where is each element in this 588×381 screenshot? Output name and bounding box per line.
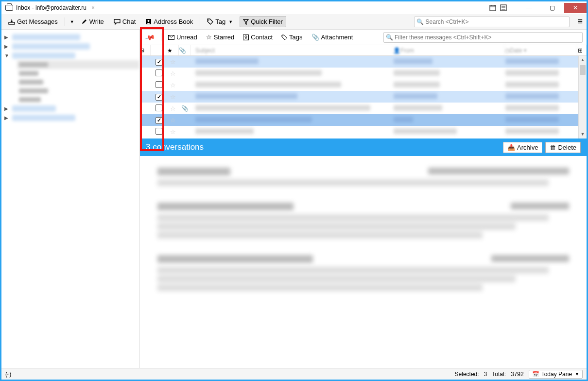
row-star[interactable]: ☆ [167,117,179,124]
filter-icon [243,19,249,25]
calendar-icon[interactable] [487,3,498,13]
app-menu-button[interactable]: ≡ [577,17,583,27]
minimize-button[interactable]: — [518,3,540,13]
chat-icon [114,19,121,25]
row-checkbox[interactable] [156,128,162,135]
delete-button[interactable]: 🗑 Delete [545,142,581,153]
row-star[interactable]: ☆ [167,128,179,136]
account-item[interactable]: ▶ [1,42,139,51]
pin-icon: 📌 [144,32,156,42]
message-row[interactable]: ☆ 📎 [140,103,578,114]
global-search[interactable]: 🔍 [414,17,570,27]
col-attach[interactable]: 📎 [179,45,190,55]
inbox-icon [5,5,13,11]
svg-point-14 [245,35,247,37]
close-button[interactable]: ✕ [564,3,587,13]
filter-pin[interactable]: 📌 [144,33,156,42]
account-item[interactable]: ▶ [1,33,139,42]
message-scrollbar[interactable]: ▲ ▼ [578,56,587,139]
col-config[interactable]: ⊞ [578,45,587,55]
row-star[interactable]: ☆ [167,82,179,89]
global-search-input[interactable] [414,17,570,27]
archive-icon: 📥 [507,144,515,151]
today-pane-label: Today Pane [541,371,572,378]
col-date[interactable]: ◷ Date ▼ [505,45,578,55]
quick-filter-button[interactable]: Quick Filter [240,16,286,27]
status-selected-label: Selected: [455,371,479,378]
selection-count: 3 conversations [146,142,500,152]
address-book-button[interactable]: Address Book [142,17,196,27]
row-checkbox[interactable] [156,81,162,88]
write-label: Write [89,18,104,25]
folder-item[interactable] [17,87,139,95]
search-icon: 🔍 [386,34,393,41]
row-checkbox[interactable] [156,59,162,66]
account-item[interactable]: ▶ [1,104,139,113]
message-list[interactable]: ☆ ☆ ☆ ☆ ☆ 📎 ☆ [140,56,578,139]
filter-starred[interactable]: ☆ Starred [204,33,237,42]
col-thread[interactable]: ⊟ [140,45,151,55]
row-star[interactable]: ☆ [167,105,179,112]
delete-label: Delete [558,144,576,151]
message-row[interactable]: ☆ [140,126,578,138]
get-messages-button[interactable]: Get Messages [5,17,61,27]
filter-unread-label: Unread [176,34,197,41]
row-star[interactable]: ☆ [167,93,179,101]
tag-button[interactable]: Tag ▼ [204,17,236,27]
folder-item[interactable] [17,69,139,78]
tasks-icon[interactable] [498,3,509,13]
preview-message [157,168,569,186]
message-row[interactable]: ☆ [140,56,578,68]
window-title: Inbox - info@prodavaiter.ru [16,4,86,11]
address-book-label: Address Book [154,18,193,25]
star-icon: ☆ [206,34,212,41]
get-messages-dropdown[interactable]: ▼ [70,19,74,24]
address-book-icon [145,18,152,25]
row-checkbox[interactable] [156,69,162,76]
folder-item[interactable] [17,78,139,87]
folder-item[interactable] [17,60,139,69]
row-checkbox[interactable] [156,94,162,101]
filter-search-input[interactable] [383,32,583,43]
message-list-header: ⊟ ★ 📎 Subject 👤 From ◷ Date ▼ ⊞ [140,45,587,56]
filter-attachment[interactable]: 📎 Attachment [310,33,355,42]
col-star[interactable]: ★ [167,45,179,55]
chat-button[interactable]: Chat [111,17,138,27]
col-select[interactable] [151,45,167,55]
row-checkbox[interactable] [156,104,162,111]
col-from[interactable]: 👤 From [393,45,505,55]
message-row[interactable]: ☆ [140,79,578,91]
message-row[interactable]: ☆ [140,114,578,126]
svg-point-11 [208,20,209,21]
quick-filter-label: Quick Filter [251,18,283,25]
account-item[interactable]: ▼ [1,51,139,60]
folder-tree[interactable]: ▶▶▼▶▶ [1,30,140,368]
row-star[interactable]: ☆ [167,70,179,77]
filter-bar: 📌 Unread ☆ Starred Contact Tags [140,30,587,45]
tag-icon [207,18,213,25]
message-row[interactable]: ☆ [140,68,578,79]
account-item[interactable]: ▶ [1,113,139,122]
folder-item[interactable] [17,95,139,104]
svg-rect-8 [9,22,15,24]
archive-label: Archive [517,144,538,151]
status-bar: (◦) Selected: 3 Total: 3792 📅 Today Pane… [1,368,587,380]
row-star[interactable]: ☆ [167,58,179,66]
row-checkbox[interactable] [156,117,162,124]
filter-tags-label: Tags [289,34,302,41]
maximize-button[interactable]: ▢ [541,3,563,13]
preview-message [157,255,569,291]
filter-contact[interactable]: Contact [241,33,275,42]
tag-label: Tag [215,18,225,25]
tab-close[interactable]: × [91,4,95,11]
col-subject[interactable]: Subject [190,45,393,55]
filter-tags[interactable]: Tags [279,33,304,42]
today-pane-toggle[interactable]: 📅 Today Pane ▼ [529,370,583,379]
filter-search[interactable]: 🔍 [383,32,583,43]
filter-starred-label: Starred [214,34,235,41]
write-button[interactable]: Write [78,17,107,27]
archive-button[interactable]: 📥 Archive [503,142,542,153]
filter-unread[interactable]: Unread [166,33,199,42]
message-row[interactable]: ☆ [140,91,578,103]
calendar-icon: 📅 [532,371,539,378]
